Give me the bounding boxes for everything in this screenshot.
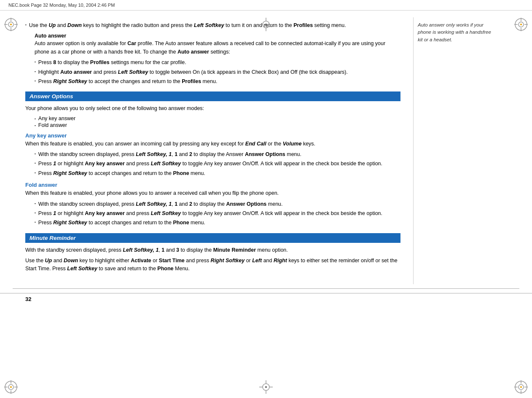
minute-reminder-line1: With the standby screen displayed, press… xyxy=(25,246,400,254)
bullet-dot: • xyxy=(35,152,36,156)
fa-bullet-2-text: Press 1 or highlight Any key answer and … xyxy=(38,210,382,218)
bullet-dot: • xyxy=(35,124,36,127)
corner-marker-bm xyxy=(258,379,274,395)
content-wrapper: • Use the Up and Down keys to highlight … xyxy=(0,11,532,284)
fa-bullet-1: • With the standby screen displayed, pre… xyxy=(35,200,400,208)
mode-fold: • Fold answer xyxy=(35,122,400,128)
aa-bullet-2: • Highlight Auto answer and press Left S… xyxy=(35,68,400,76)
aka-bullet-2-text: Press 1 or highlight Any key answer and … xyxy=(38,160,382,168)
bullet-dot-intro: • xyxy=(25,23,27,27)
fa-bullet-2: • Press 1 or highlight Any key answer an… xyxy=(35,210,400,218)
mode-any-key-text: Any key answer xyxy=(38,116,75,121)
svg-point-13 xyxy=(520,24,522,25)
aa-bullet-3: • Press Right Softkey to accept the chan… xyxy=(35,78,400,86)
answer-options-intro: Your phone allows you to only select one… xyxy=(25,105,400,113)
fold-answer-title: Fold answer xyxy=(25,182,400,188)
minute-reminder-line2: Use the Up and Down key to highlight eit… xyxy=(25,257,400,273)
corner-marker-tr xyxy=(513,17,529,32)
fold-answer-bullets: • With the standby screen displayed, pre… xyxy=(35,200,400,227)
fa-bullet-3-text: Press Right Softkey to accept changes an… xyxy=(38,219,205,227)
intro-bullet: • Use the Up and Down keys to highlight … xyxy=(25,22,400,30)
svg-point-26 xyxy=(10,386,12,388)
aa-bullet-2-text: Highlight Auto answer and press Left Sof… xyxy=(38,68,348,76)
any-key-answer-title: Any key answer xyxy=(25,132,400,139)
auto-answer-intro: Auto answer option is only available for… xyxy=(35,40,400,56)
sidebar-note-text: Auto answer only works if your phone is … xyxy=(418,22,491,42)
main-content: • Use the Up and Down keys to highlight … xyxy=(0,17,413,284)
svg-point-19 xyxy=(265,24,267,25)
any-key-answer-intro: When this feature is enabled, you can an… xyxy=(25,140,400,148)
minute-reminder-header: Minute Reminder xyxy=(25,233,400,243)
aka-bullet-1: • With the standby screen displayed, pre… xyxy=(35,151,400,159)
header-bar: NEC.book Page 32 Monday, May 10, 2004 2:… xyxy=(0,0,532,11)
bullet-dot: • xyxy=(35,211,36,215)
header-text: NEC.book Page 32 Monday, May 10, 2004 2:… xyxy=(8,3,115,8)
auto-answer-block: Auto answer Auto answer option is only a… xyxy=(35,33,400,86)
bullet-dot: • xyxy=(35,220,36,224)
bullet-dot: • xyxy=(35,202,36,205)
aa-bullet-3-text: Press Right Softkey to accept the change… xyxy=(38,78,218,86)
bullet-dot: • xyxy=(35,70,36,73)
answer-modes-list: • Any key answer • Fold answer xyxy=(35,116,400,128)
auto-answer-title: Auto answer xyxy=(35,33,400,39)
fa-bullet-1-text: With the standby screen displayed, press… xyxy=(38,200,283,208)
fold-answer-section: Fold answer When this feature is enabled… xyxy=(25,182,400,227)
bottom-area: 32 xyxy=(0,284,532,305)
svg-point-32 xyxy=(265,386,267,388)
svg-point-39 xyxy=(520,386,522,388)
aa-bullet-1-text: Press 8 to display the Profiles settings… xyxy=(38,59,186,67)
aka-bullet-3: • Press Right Softkey to accept changes … xyxy=(35,169,400,177)
mode-any-key: • Any key answer xyxy=(35,116,400,121)
aka-bullet-2: • Press 1 or highlight Any key answer an… xyxy=(35,160,400,168)
corner-marker-tm xyxy=(258,17,274,32)
bullet-dot: • xyxy=(35,161,36,165)
aka-bullet-3-text: Press Right Softkey to accept changes an… xyxy=(38,169,205,177)
bottom-border xyxy=(13,288,519,289)
page: NEC.book Page 32 Monday, May 10, 2004 2:… xyxy=(0,0,532,398)
corner-marker-br xyxy=(513,379,529,395)
intro-bullet-text: Use the Up and Down keys to highlight th… xyxy=(29,22,346,30)
bullet-dot: • xyxy=(35,171,36,175)
corner-marker-bl xyxy=(3,379,19,395)
aa-bullet-1: • Press 8 to display the Profiles settin… xyxy=(35,59,400,67)
bullet-dot: • xyxy=(35,60,36,64)
page-number: 32 xyxy=(0,293,532,305)
mode-fold-text: Fold answer xyxy=(38,122,67,128)
fa-bullet-3: • Press Right Softkey to accept changes … xyxy=(35,219,400,227)
any-key-bullets: • With the standby screen displayed, pre… xyxy=(35,151,400,177)
svg-point-6 xyxy=(10,24,12,25)
answer-options-header: Answer Options xyxy=(25,91,400,101)
sidebar-note: Auto answer only works if your phone is … xyxy=(414,17,498,284)
any-key-answer-section: Any key answer When this feature is enab… xyxy=(25,132,400,178)
bullet-dot: • xyxy=(35,117,36,121)
corner-marker-tl xyxy=(3,17,19,32)
fold-answer-intro: When this feature is enabled, your phone… xyxy=(25,189,400,197)
page-number-text: 32 xyxy=(25,296,31,302)
bullet-dot: • xyxy=(35,79,36,83)
aka-bullet-1-text: With the standby screen displayed, press… xyxy=(38,151,301,159)
